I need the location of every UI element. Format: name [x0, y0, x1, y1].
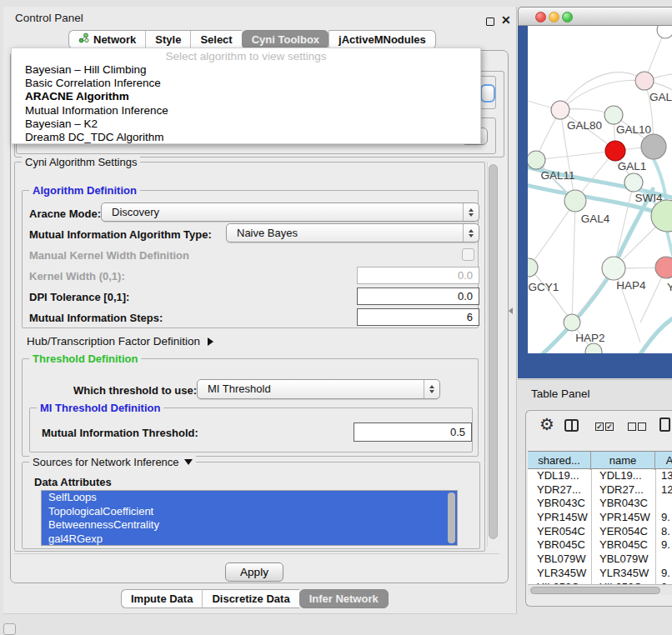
minimize-traffic-light-icon[interactable] [549, 12, 559, 22]
tab-network[interactable]: Network [68, 30, 145, 49]
scrollbar-thumb[interactable] [530, 587, 660, 594]
unchecked-box-icon[interactable] [628, 422, 636, 431]
panel-splitter-handle[interactable] [509, 308, 513, 314]
tab-label: Discretize Data [212, 590, 289, 608]
node-gal10[interactable] [604, 106, 623, 124]
float-window-icon[interactable] [486, 18, 494, 26]
close-traffic-light-icon[interactable] [535, 12, 546, 22]
tab-label: Network [93, 31, 136, 48]
node-label: GAL4 [581, 212, 610, 225]
network-canvas[interactable]: GALGAL80GAL10GAL1GAL11SWI4GAL4GCY1HAP4YH… [528, 26, 672, 353]
table-row[interactable]: YLR345WYLR345W9. [528, 567, 672, 581]
document-icon[interactable] [659, 418, 670, 432]
scrollbar-thumb[interactable] [489, 164, 498, 539]
table-row[interactable]: YDR27...YDR27...12 [528, 483, 672, 498]
settings-scrollbar[interactable] [487, 162, 498, 547]
algorithm-option[interactable]: Bayesian – Hill Climbing [12, 63, 480, 77]
table-row[interactable]: YDL19...YDL19...13 [528, 469, 672, 483]
node[interactable] [657, 26, 672, 38]
unchecked-box-icon[interactable] [638, 422, 646, 431]
dpi-tolerance-input[interactable]: 0.0 [357, 288, 479, 305]
sources-toggle[interactable]: Sources for Network Inference [29, 456, 196, 468]
table-cell: YER054C [537, 525, 585, 539]
tab-label: Select [200, 31, 232, 48]
mi-threshold-input[interactable]: 0.5 [354, 422, 472, 442]
algorithm-option[interactable]: Dream8 DC_TDC Algorithm [12, 131, 480, 144]
table-horizontal-scrollbar[interactable] [528, 584, 672, 595]
attribute-item-selected[interactable]: BetweennessCentrality [42, 518, 457, 532]
table-row[interactable]: YBL079WYBL079W [528, 552, 672, 567]
algorithm-dropdown-open[interactable]: Select algorithm to view settingsBayesia… [11, 48, 481, 144]
apply-button[interactable]: Apply [225, 562, 283, 582]
zoom-traffic-light-icon[interactable] [562, 12, 573, 22]
mi-steps-input[interactable]: 6 [357, 308, 479, 326]
algorithm-option[interactable]: ARACNE Algorithm [12, 90, 480, 103]
tab-cyni-toolbox[interactable]: Cyni Toolbox [242, 30, 328, 49]
node-swi4[interactable] [624, 173, 643, 192]
table-panel-title: Table Panel [531, 388, 590, 400]
gear-icon[interactable]: ⚙ [539, 414, 554, 434]
stepper-icon [463, 203, 479, 221]
table-body[interactable]: YDL19...YDL19...13YDR27...YDR27...12YBR0… [528, 469, 672, 584]
bottom-tabbar: Impute DataDiscretize DataInfer Network [121, 589, 389, 608]
node-hap2[interactable] [564, 314, 580, 331]
column-divider[interactable] [591, 469, 592, 584]
columns-icon[interactable] [564, 419, 579, 432]
table-row[interactable]: YBR045CYBR045C9. [528, 538, 672, 552]
checked-box-icon[interactable]: ✓ [605, 422, 614, 431]
attribute-item-selected[interactable]: TopologicalCoefficient [42, 505, 457, 519]
kernel-width-input[interactable]: 0.0 [357, 267, 479, 284]
kernel-width-label: Kernel Width (0,1): [29, 270, 125, 282]
minimized-panel-icon[interactable] [3, 623, 16, 635]
tab-infer-network[interactable]: Infer Network [299, 589, 389, 608]
algorithm-option[interactable]: Bayesian – K2 [12, 118, 480, 131]
column-divider[interactable] [655, 469, 656, 584]
stepper-icon [463, 224, 479, 242]
tab-discretize-data[interactable]: Discretize Data [202, 589, 298, 608]
which-threshold-select[interactable]: MI Threshold [197, 379, 440, 399]
node-gal[interactable] [635, 72, 654, 90]
table-cell: YBR043C [599, 497, 648, 511]
node[interactable] [641, 134, 666, 159]
data-attributes-list[interactable]: SelfLoopsTopologicalCoefficientBetweenne… [41, 490, 458, 546]
node-gal4[interactable] [564, 190, 586, 212]
aracne-mode-label: Aracne Mode: [29, 208, 101, 220]
node-y[interactable] [655, 257, 672, 278]
node[interactable] [651, 200, 672, 232]
table-row[interactable]: YER054CYER054C8. [528, 525, 672, 539]
node-label: HAP4 [616, 279, 646, 292]
column-header[interactable]: A [655, 452, 672, 470]
dpi-tolerance-label: DPI Tolerance [0,1]: [29, 291, 129, 303]
tab-impute-data[interactable]: Impute Data [121, 589, 202, 608]
node-gal80[interactable] [551, 101, 569, 119]
algorithm-option[interactable]: Mutual Information Inference [12, 104, 480, 118]
tab-style[interactable]: Style [145, 30, 190, 49]
attribute-item-selected[interactable]: SelfLoops [42, 491, 457, 505]
node-gal11[interactable] [528, 151, 545, 169]
tab-select[interactable]: Select [190, 30, 241, 49]
column-header[interactable]: name [591, 452, 655, 470]
node-hap4[interactable] [602, 257, 625, 280]
aracne-mode-select[interactable]: Discovery [101, 202, 479, 222]
hub-definition-toggle[interactable]: Hub/Transcription Factor Definition [27, 335, 213, 348]
network-window-titlebar[interactable] [518, 7, 672, 26]
tab-jactivemnodules[interactable]: jActiveMNodules [328, 30, 436, 49]
manual-kernel-checkbox[interactable] [462, 248, 474, 261]
node[interactable] [585, 343, 602, 353]
table-row[interactable]: YPR145WYPR145W9. [528, 511, 672, 525]
hidden-combo-focused[interactable] [480, 84, 495, 102]
mi-algorithm-type-select[interactable]: Naive Bayes [226, 223, 479, 242]
node-gal1[interactable] [605, 141, 625, 161]
table-row[interactable]: YBR043CYBR043C [528, 497, 672, 511]
checked-box-icon[interactable]: ✓ [595, 422, 604, 431]
close-icon[interactable]: ✕ [501, 13, 511, 27]
group-title: Threshold Definition [29, 352, 141, 365]
node-gcy1[interactable] [528, 258, 538, 277]
column-header[interactable]: shared... [528, 452, 591, 470]
algorithm-option[interactable]: Basic Correlation Inference [12, 77, 480, 90]
list-scrollbar[interactable] [448, 492, 455, 543]
mi-steps-label: Mutual Information Steps: [29, 312, 163, 324]
node-label: GAL11 [540, 169, 574, 182]
node-label: GCY1 [529, 281, 559, 293]
attribute-item-selected[interactable]: gal4RGexp [42, 532, 457, 546]
